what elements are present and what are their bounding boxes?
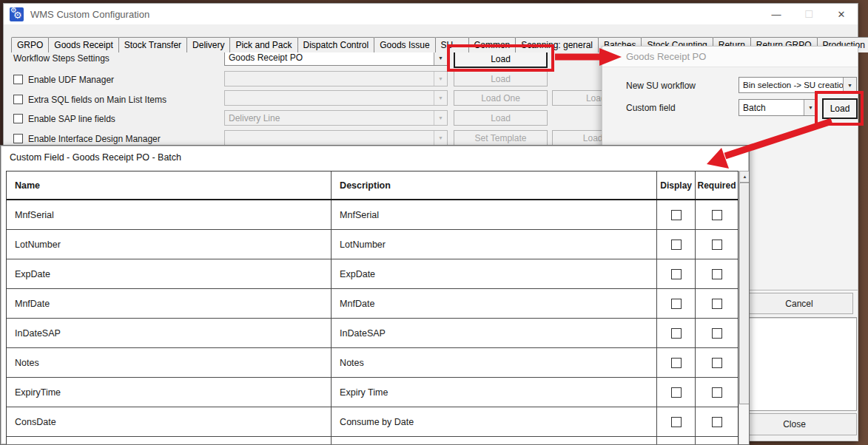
table-row: ConsDateConsume by Date	[7, 407, 738, 437]
tab-grpo[interactable]: GRPO	[11, 37, 49, 52]
tab-dispatch-control[interactable]: Dispatch Control	[297, 37, 375, 52]
display-checkbox[interactable]	[671, 417, 682, 427]
required-checkbox[interactable]	[712, 328, 722, 339]
extra-sql-combo: ▼	[224, 90, 448, 106]
cell-required	[696, 378, 738, 407]
tab-goods-issue[interactable]: Goods Issue	[374, 37, 435, 52]
cell-display	[657, 348, 696, 377]
table-row: MnfSerialMnfSerial	[7, 200, 738, 230]
gear-icon: ⚙	[13, 10, 22, 21]
cell-name: ExpiryTime	[7, 378, 332, 407]
cell-description: Expiry Time	[332, 378, 657, 407]
chevron-down-icon[interactable]: ▼	[804, 100, 817, 115]
column-header-required: Required	[696, 171, 738, 199]
tab-goods-receipt[interactable]: Goods Receipt	[48, 37, 118, 52]
new-su-workflow-combo[interactable]: Bin selection -> SU creation ▼	[739, 77, 857, 93]
maximize-button: ☐	[793, 4, 825, 24]
column-header-description: Description	[332, 171, 657, 199]
table-row: NotesNotes	[7, 348, 738, 378]
enable-sap-line-fields-checkbox[interactable]	[13, 114, 23, 123]
cell-required	[696, 348, 738, 377]
minimize-button[interactable]: —	[760, 4, 793, 24]
close-button[interactable]: Close	[732, 413, 857, 435]
column-header-name: Name	[7, 171, 332, 199]
goods-receipt-po-panel-title: Goods Receipt PO	[602, 47, 858, 67]
load-custom-field-button[interactable]: Load	[822, 98, 858, 119]
chevron-down-icon: ▼	[434, 111, 447, 125]
tab-pick-and-pack[interactable]: Pick and Pack	[229, 37, 297, 52]
chevron-down-icon: ▼	[434, 131, 447, 145]
chevron-down-icon: ▼	[434, 72, 447, 86]
close-icon[interactable]: ✕	[825, 4, 858, 24]
scroll-up-icon[interactable]: ▲	[739, 171, 750, 183]
cell-required	[696, 259, 738, 288]
cell-description: Notes	[332, 348, 657, 377]
cell-name: ConsDate	[7, 407, 332, 436]
custom-field-combo[interactable]: Batch ▼	[739, 99, 818, 116]
required-checkbox[interactable]	[712, 387, 722, 398]
required-checkbox[interactable]	[712, 358, 722, 368]
enable-interface-design-manager-checkbox[interactable]	[13, 134, 23, 143]
enable-udf-manager-checkbox[interactable]	[13, 75, 23, 84]
cell-display	[657, 437, 696, 445]
display-checkbox[interactable]	[671, 299, 682, 309]
cell-name: MnfSerial	[7, 200, 332, 229]
sap-line-combo: Delivery Line ▼	[224, 110, 448, 126]
required-checkbox[interactable]	[712, 240, 722, 250]
tab-scanning-general[interactable]: Scanning: general	[515, 37, 599, 52]
cell-required	[696, 200, 738, 229]
load-udf-button: Load	[454, 71, 548, 86]
table-row: ExpDateExpDate	[7, 259, 738, 289]
table-scrollbar[interactable]: ▲	[739, 171, 750, 444]
custom-field-table: Name Description Display Required MnfSer…	[6, 171, 739, 445]
required-checkbox[interactable]	[712, 299, 722, 309]
load-sap-button: Load	[454, 110, 548, 126]
display-checkbox[interactable]	[671, 210, 682, 220]
tab-delivery[interactable]: Delivery	[186, 37, 230, 52]
cell-description: ExpDate	[332, 259, 657, 288]
table-row: ExpiryTimeExpiry Time	[7, 378, 738, 407]
required-checkbox[interactable]	[712, 269, 722, 279]
window-title: WMS Custom Configuration	[30, 9, 149, 20]
cell-description: LotNumber	[332, 230, 657, 259]
display-checkbox[interactable]	[671, 269, 682, 279]
extra-sql-fields-label: Extra SQL fields on Main List Items	[28, 95, 166, 105]
custom-field-dialog-title: Custom Field - Goods Receipt PO - Batch	[10, 152, 181, 163]
cell-name: Notes	[7, 348, 332, 377]
cancel-button[interactable]: Cancel	[745, 293, 853, 314]
required-checkbox[interactable]	[712, 210, 722, 220]
cell-required	[696, 289, 738, 318]
cell-display	[657, 378, 696, 407]
panel-listbox[interactable]	[733, 317, 857, 411]
table-row: InDateSAPInDateSAP	[7, 319, 738, 348]
app-icon: ⚙ ⚙	[10, 7, 24, 21]
chevron-down-icon[interactable]: ▼	[843, 78, 856, 92]
tab-common[interactable]: Common	[468, 37, 517, 52]
tab-su[interactable]: SU	[435, 37, 469, 52]
tab-stock-transfer[interactable]: Stock Transfer	[118, 37, 187, 52]
display-checkbox[interactable]	[671, 240, 682, 250]
workflow-steps-settings-label: Workflow Steps Settings	[13, 53, 110, 64]
enable-udf-manager-label: Enable UDF Manager	[28, 75, 114, 85]
cell-required	[696, 407, 738, 436]
scrollbar-thumb[interactable]	[739, 183, 750, 404]
chevron-down-icon: ▼	[434, 91, 447, 105]
cell-description: MnfDate	[332, 289, 657, 318]
cell-display	[657, 407, 696, 436]
cell-name: LotNumber	[7, 230, 332, 259]
table-row: MnfDateMnfDate	[7, 289, 738, 319]
chevron-down-icon[interactable]: ▼	[434, 50, 447, 65]
cell-description: MnfSerial	[332, 200, 657, 229]
cell-name	[7, 437, 332, 445]
extra-sql-fields-checkbox[interactable]	[13, 95, 23, 104]
display-checkbox[interactable]	[671, 387, 682, 398]
cell-display	[657, 200, 696, 229]
required-checkbox[interactable]	[712, 417, 722, 427]
display-checkbox[interactable]	[671, 358, 682, 368]
cell-name: InDateSAP	[7, 319, 332, 347]
display-checkbox[interactable]	[671, 328, 682, 339]
desktop: ⚙ ⚙ WMS Custom Configuration — ☐ ✕ GRPOG…	[0, 0, 868, 445]
cell-name: MnfDate	[7, 289, 332, 318]
cell-display	[657, 289, 696, 318]
title-bar: ⚙ ⚙ WMS Custom Configuration — ☐ ✕	[4, 4, 858, 24]
